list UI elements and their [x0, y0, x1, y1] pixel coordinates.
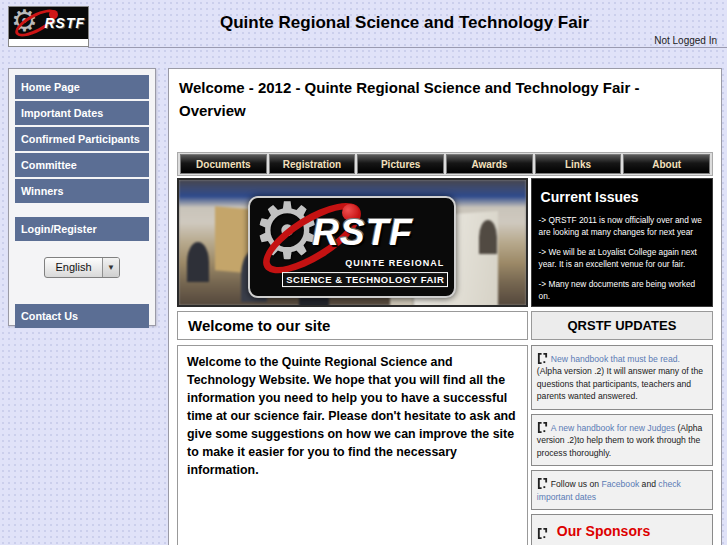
content-heading: Welcome - 2012 - Quinte Regional Science… — [179, 77, 699, 122]
site-logo[interactable]: ⚙ RSTF QUINTE REGIONAL SCIENCE + TECHNOL… — [8, 6, 89, 47]
welcome-paragraph: Welcome to the Quinte Regional Science a… — [177, 345, 528, 545]
banner-row: ⚙ RSTF QUINTE REGIONAL SCIENCE & TECHNOL… — [177, 178, 713, 307]
tab-links[interactable]: Links — [535, 154, 622, 174]
page-title: Quinte Regional Science and Technology F… — [90, 13, 719, 33]
main-panel: Welcome - 2012 - Quinte Regional Science… — [168, 68, 722, 545]
contact-us-button[interactable]: Contact Us — [15, 304, 149, 328]
banner-logo-line1: QUINTE REGIONAL — [345, 258, 444, 268]
tab-registration[interactable]: Registration — [269, 154, 356, 174]
language-select[interactable]: English ▼ — [44, 257, 120, 278]
social-box: Follow us on Facebook and check importan… — [531, 470, 713, 510]
tab-about[interactable]: About — [623, 154, 710, 174]
banner-image: ⚙ RSTF QUINTE REGIONAL SCIENCE & TECHNOL… — [177, 178, 528, 307]
tab-documents[interactable]: Documents — [180, 154, 267, 174]
login-status: Not Logged In — [654, 35, 717, 46]
sidebar-item-important-dates[interactable]: Important Dates — [15, 101, 149, 125]
social-middle: and — [639, 479, 658, 489]
login-register-button[interactable]: Login/Register — [15, 217, 149, 241]
content-row: Welcome to the Quinte Regional Science a… — [177, 345, 713, 545]
sidebar: Home Page Important Dates Confirmed Part… — [8, 68, 156, 326]
site-logo-graphic: ⚙ RSTF — [9, 7, 88, 39]
current-issue-item: -> QRSTF 2011 is now officially over and… — [539, 215, 705, 238]
banner-logo-acronym: RSTF — [312, 212, 413, 254]
update-item-judges-handbook: A new handbook for new Judges (Alpha ver… — [531, 414, 713, 466]
logo-acronym: RSTF — [44, 15, 85, 31]
banner-logo: ⚙ RSTF QUINTE REGIONAL SCIENCE & TECHNOL… — [248, 196, 456, 298]
welcome-section-title: Welcome to our site — [177, 311, 528, 340]
our-sponsors-link[interactable]: Our Sponsors — [557, 523, 650, 539]
broken-image-icon — [537, 421, 548, 433]
sponsors-box: Our Sponsors — [531, 514, 713, 545]
handbook-link[interactable]: New handbook that must be read. — [551, 354, 680, 364]
sidebar-item-winners[interactable]: Winners — [15, 179, 149, 203]
current-issues-title: Current Issues — [541, 189, 705, 205]
logo-caption: QUINTE REGIONAL SCIENCE + TECHNOLOGY FAI… — [9, 39, 88, 46]
update-item-text: (Alpha version .2) It will answer many o… — [537, 366, 703, 401]
page: { "header": { "title": "Quinte Regional … — [0, 0, 727, 545]
social-prefix: Follow us on — [551, 479, 602, 489]
broken-image-icon — [537, 352, 548, 364]
sidebar-item-confirmed-participants[interactable]: Confirmed Participants — [15, 127, 149, 151]
facebook-link[interactable]: Facebook — [601, 479, 639, 489]
sidebar-item-home-page[interactable]: Home Page — [15, 75, 149, 99]
current-issue-item: -> Many new documents are being worked o… — [539, 279, 705, 302]
header-divider — [88, 47, 727, 48]
tab-awards[interactable]: Awards — [446, 154, 533, 174]
broken-image-icon — [537, 527, 548, 539]
sidebar-item-committee[interactable]: Committee — [15, 153, 149, 177]
language-select-value: English — [45, 258, 102, 277]
judges-handbook-link[interactable]: A new handbook for new Judges — [551, 423, 675, 433]
tab-bar: Documents Registration Pictures Awards L… — [177, 152, 713, 176]
section-title-row: Welcome to our site QRSTF UPDATES — [177, 311, 713, 340]
banner-logo-line2: SCIENCE & TECHNOLOGY FAIR — [282, 272, 448, 287]
chevron-down-icon[interactable]: ▼ — [102, 258, 119, 277]
current-issues-panel: Current Issues -> QRSTF 2011 is now offi… — [531, 178, 713, 307]
broken-image-icon — [537, 477, 548, 489]
update-item-handbook: New handbook that must be read. (Alpha v… — [531, 345, 713, 410]
updates-section-title: QRSTF UPDATES — [531, 311, 713, 340]
tab-pictures[interactable]: Pictures — [357, 154, 444, 174]
current-issue-item: -> We will be at Loyalist College again … — [539, 247, 705, 270]
updates-column: New handbook that must be read. (Alpha v… — [531, 345, 713, 545]
